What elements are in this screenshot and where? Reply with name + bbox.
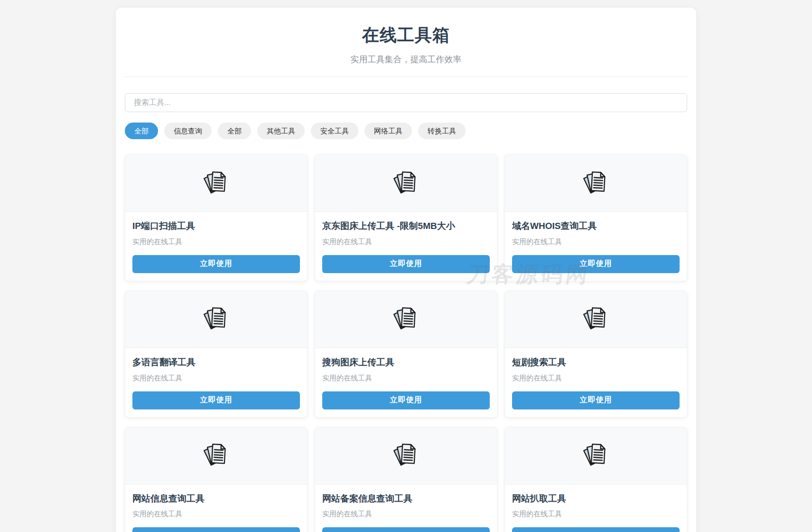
tool-card-5: 短剧搜索工具 实用的在线工具 立即使用 [504,291,687,418]
card-icon-area [315,428,497,484]
tool-description: 实用的在线工具 [132,510,300,519]
filter-pill-6[interactable]: 转换工具 [418,123,466,139]
documents-icon [581,440,611,471]
card-icon-area [125,428,307,484]
use-now-button[interactable]: 立即使用 [512,255,680,273]
documents-icon [201,304,232,334]
card-icon-area [505,428,687,484]
documents-icon [391,304,421,334]
tool-title: 域名WHOIS查询工具 [512,220,680,232]
tool-title: 短剧搜索工具 [512,357,680,368]
card-icon-area [125,155,307,212]
tool-card-3: 多语言翻译工具 实用的在线工具 立即使用 [125,291,308,418]
card-body: 搜狗图床上传工具 实用的在线工具 立即使用 [315,348,497,417]
card-body: 京东图床上传工具 -限制5MB大小 实用的在线工具 立即使用 [315,212,497,281]
documents-icon [581,304,611,334]
tool-title: 多语言翻译工具 [132,357,300,368]
card-body: IP端口扫描工具 实用的在线工具 立即使用 [125,212,307,281]
card-body: 多语言翻译工具 实用的在线工具 立即使用 [125,348,307,417]
documents-icon [391,168,421,199]
search-bar [125,93,687,112]
main-container: 在线工具箱 实用工具集合，提高工作效率 全部信息查询全部其他工具安全工具网络工具… [116,8,696,532]
card-icon-area [315,155,497,212]
use-now-button[interactable]: 立即使用 [512,391,680,409]
filter-pill-3[interactable]: 其他工具 [257,123,305,139]
use-now-button[interactable]: 立即使用 [322,255,490,273]
page-subtitle: 实用工具集合，提高工作效率 [125,54,687,65]
use-now-button[interactable]: 立即使用 [132,391,300,409]
use-now-button[interactable]: 立即使用 [322,391,490,409]
card-icon-area [315,291,497,348]
documents-icon [391,440,421,471]
tools-grid: IP端口扫描工具 实用的在线工具 立即使用 [125,154,687,532]
tool-title: 网站扒取工具 [512,493,680,504]
tool-description: 实用的在线工具 [322,374,490,383]
tool-title: 网站信息查询工具 [132,493,300,504]
tool-description: 实用的在线工具 [132,238,300,247]
page-title: 在线工具箱 [125,24,687,47]
tool-description: 实用的在线工具 [132,374,300,383]
filter-pill-2[interactable]: 全部 [218,123,251,139]
use-now-button[interactable]: 立即使用 [512,527,680,532]
card-body: 域名WHOIS查询工具 实用的在线工具 立即使用 [505,212,687,281]
use-now-button[interactable]: 立即使用 [132,255,300,273]
tool-title: 京东图床上传工具 -限制5MB大小 [322,220,490,232]
use-now-button[interactable]: 立即使用 [322,527,490,532]
card-icon-area [125,291,307,348]
tool-description: 实用的在线工具 [512,510,680,519]
documents-icon [201,168,232,199]
tool-title: 网站备案信息查询工具 [322,493,490,504]
documents-icon [581,168,611,199]
tool-description: 实用的在线工具 [322,238,490,247]
use-now-button[interactable]: 立即使用 [132,527,300,532]
filter-pill-0[interactable]: 全部 [125,123,158,139]
card-icon-area [505,155,687,212]
filter-pill-5[interactable]: 网络工具 [364,123,412,139]
card-body: 网站扒取工具 实用的在线工具 立即使用 [505,484,687,532]
card-body: 网站信息查询工具 实用的在线工具 立即使用 [125,484,307,532]
tool-card-6: 网站信息查询工具 实用的在线工具 立即使用 [125,427,308,532]
tool-title: 搜狗图床上传工具 [322,357,490,368]
filter-pill-4[interactable]: 安全工具 [311,123,358,139]
header: 在线工具箱 实用工具集合，提高工作效率 [125,24,687,77]
tool-card-0: IP端口扫描工具 实用的在线工具 立即使用 [125,154,308,281]
card-body: 短剧搜索工具 实用的在线工具 立即使用 [505,348,687,417]
card-icon-area [505,291,687,348]
tool-card-1: 京东图床上传工具 -限制5MB大小 实用的在线工具 立即使用 [315,154,497,281]
tool-description: 实用的在线工具 [512,374,680,383]
tool-description: 实用的在线工具 [322,510,490,519]
tool-card-4: 搜狗图床上传工具 实用的在线工具 立即使用 [315,291,497,418]
tool-card-2: 域名WHOIS查询工具 实用的在线工具 立即使用 [504,154,687,281]
search-input[interactable] [125,93,687,112]
card-body: 网站备案信息查询工具 实用的在线工具 立即使用 [315,484,497,532]
documents-icon [201,440,232,471]
tool-card-8: 网站扒取工具 实用的在线工具 立即使用 [504,427,687,532]
tool-title: IP端口扫描工具 [132,220,300,232]
tool-card-7: 网站备案信息查询工具 实用的在线工具 立即使用 [315,427,497,532]
tool-description: 实用的在线工具 [512,238,680,247]
filter-pill-1[interactable]: 信息查询 [164,123,212,139]
filter-bar: 全部信息查询全部其他工具安全工具网络工具转换工具 [125,123,687,139]
